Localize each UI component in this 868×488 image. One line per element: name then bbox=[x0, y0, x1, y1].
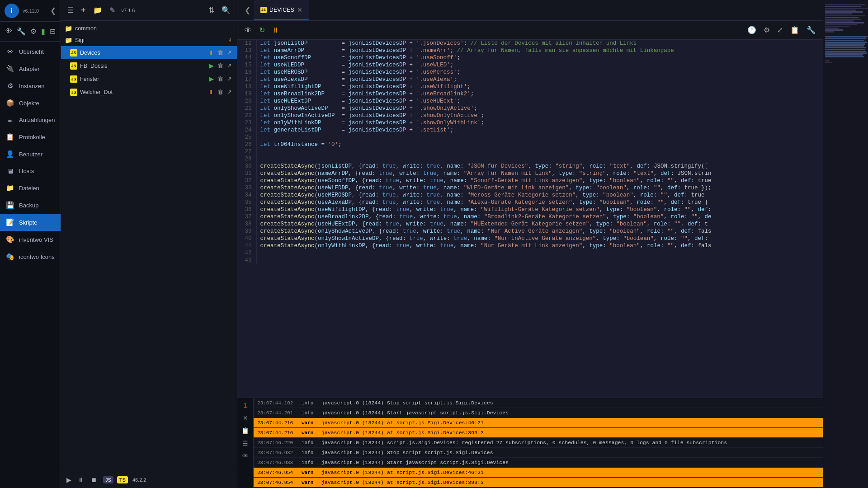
hosts-icon: 🖥 bbox=[5, 167, 14, 175]
tool-btn[interactable]: 🔧 bbox=[805, 24, 817, 36]
log-clear-btn[interactable]: ✕ bbox=[241, 413, 250, 423]
sidebar-item-skripte[interactable]: 📝 Skripte bbox=[0, 214, 61, 231]
log-copy-btn[interactable]: 📋 bbox=[240, 425, 251, 436]
sidebar-item-label: inventwo VIS bbox=[19, 236, 53, 243]
code-line: 15 let useWLEDDP = jsonListDevicesDP + '… bbox=[237, 61, 823, 69]
pause-all-btn[interactable]: ⏸ bbox=[76, 475, 86, 484]
sidebar-item-label: Objekte bbox=[19, 100, 39, 107]
sidebar-item-inventwo-vis[interactable]: 🎨 inventwo VIS bbox=[0, 231, 61, 248]
log-level: info bbox=[302, 410, 318, 416]
uebersicht-icon: 👁 bbox=[5, 48, 14, 56]
sort-btn[interactable]: ⇅ bbox=[206, 4, 217, 16]
sidebar-item-hosts[interactable]: 🖥 Hosts bbox=[0, 163, 61, 179]
log-sidebar: 1 ✕ 📋 ☰ 👁 bbox=[237, 398, 254, 488]
sidebar-item-dateien[interactable]: 📁 Dateien bbox=[0, 179, 61, 197]
sidebar-item-label: Instanzen bbox=[19, 83, 44, 89]
code-line: 13 let nameArrDP = jsonListDevicesDP + '… bbox=[237, 47, 823, 54]
sidebar-item-uebersicht[interactable]: 👁 Übersicht bbox=[0, 43, 61, 60]
file-devices[interactable]: JS Devices ⏸ 🗑 ↗ bbox=[61, 46, 237, 59]
file-actions: ▶ 🗑 ↗ bbox=[208, 75, 233, 83]
benutzer-icon: 👤 bbox=[5, 150, 14, 158]
settings-btn[interactable]: ⚙ bbox=[762, 24, 772, 36]
log-level: warn bbox=[302, 430, 318, 436]
sidebar-item-label: Adapter bbox=[19, 66, 40, 72]
log-time: 23:07:44.216 bbox=[257, 430, 298, 436]
log-msg: javascript.0 (18244) Start javascript sc… bbox=[321, 410, 509, 416]
log-time: 23:07:46.954 bbox=[257, 470, 298, 475]
add-folder-btn[interactable]: 📁 bbox=[90, 4, 105, 16]
log-msg: javascript.0 (18244) at script.js.Sigi.D… bbox=[321, 430, 484, 436]
menu-btn[interactable]: ☰ bbox=[65, 4, 76, 16]
code-line: 34 createStateAsync(useMEROSDP, {read: t… bbox=[237, 192, 823, 199]
play-all-btn[interactable]: ▶ bbox=[65, 475, 73, 484]
expand-btn[interactable]: ⤢ bbox=[775, 24, 785, 36]
export-btn[interactable]: ↗ bbox=[226, 75, 233, 83]
file-tree: 📁 common 📁 Sigi 4 JS Devices ⏸ 🗑 ↗ JS FB… bbox=[61, 21, 237, 471]
wrench-icon[interactable]: 🔧 bbox=[15, 25, 28, 38]
plug-icon[interactable]: ▮ bbox=[39, 25, 47, 38]
code-scroll[interactable]: 12 let jsonListDP = jsonListDevicesDP + … bbox=[237, 40, 823, 398]
tab-devices[interactable]: JS DEVICES ✕ bbox=[254, 0, 309, 20]
folder-sigi[interactable]: 📁 Sigi 4 bbox=[61, 34, 237, 46]
log-time: 23:07:44.102 bbox=[257, 400, 298, 406]
play-btn[interactable]: ▶ bbox=[208, 61, 215, 70]
gear-icon[interactable]: ⚙ bbox=[28, 25, 38, 38]
sidebar-item-backup[interactable]: 💾 Backup bbox=[0, 197, 61, 214]
grid-icon[interactable]: ⊟ bbox=[48, 25, 57, 38]
copy-btn[interactable]: 📋 bbox=[788, 24, 801, 36]
main-area: ❮ JS DEVICES ✕ 👁 ↻ ⏸ 🕐 ⚙ ⤢ 📋 🔧 12 let js… bbox=[237, 0, 823, 488]
history-btn[interactable]: 🕐 bbox=[745, 24, 758, 36]
log-toggle-btn[interactable]: 👁 bbox=[241, 450, 250, 461]
sidebar-item-objekte[interactable]: 📦 Objekte bbox=[0, 94, 61, 112]
delete-btn[interactable]: 🗑 bbox=[216, 75, 225, 83]
pause-btn[interactable]: ⏸ bbox=[207, 88, 215, 96]
sidebar-item-protokolle[interactable]: 📋 Protokolle bbox=[0, 128, 61, 145]
sidebar-item-label: icontwo Icons bbox=[19, 253, 55, 260]
pause-btn[interactable]: ⏸ bbox=[207, 48, 215, 57]
log-filter-1-btn[interactable]: 1 bbox=[242, 400, 249, 411]
search-btn[interactable]: 🔍 bbox=[219, 4, 233, 16]
pause-toolbar-btn[interactable]: ⏸ bbox=[270, 24, 281, 36]
file-bottom-toolbar: ▶ ⏸ ⏹ JS TS 46.2.2 bbox=[61, 471, 237, 488]
export-btn[interactable]: ↗ bbox=[226, 48, 233, 57]
inventwo-icon: 🎨 bbox=[5, 235, 14, 244]
code-line: 27 bbox=[237, 148, 823, 155]
tab-close-btn[interactable]: ✕ bbox=[297, 6, 302, 14]
log-scroll-btn[interactable]: ☰ bbox=[241, 438, 250, 449]
code-line: 24 let generateListDP = jsonListDevicesD… bbox=[237, 127, 823, 134]
code-line: 30 createStateAsync(jsonListDP, {read: t… bbox=[237, 163, 823, 170]
file-fb-docsis[interactable]: JS FB_Docsis ▶ 🗑 ↗ bbox=[61, 59, 237, 72]
sidebar-header: i v6.12.0 ❮ bbox=[0, 0, 61, 22]
stop-all-btn[interactable]: ⏹ bbox=[89, 475, 99, 484]
eye-toolbar-btn[interactable]: 👁 bbox=[243, 24, 254, 36]
sidebar-item-adapter[interactable]: 🔌 Adapter bbox=[0, 60, 61, 77]
edit-btn[interactable]: ✎ bbox=[107, 4, 118, 16]
play-btn[interactable]: ▶ bbox=[208, 75, 215, 83]
line-count-badge: 46.2.2 bbox=[132, 477, 146, 483]
file-fenster[interactable]: JS Fenster ▶ 🗑 ↗ bbox=[61, 72, 237, 85]
export-btn[interactable]: ↗ bbox=[226, 61, 233, 70]
log-content[interactable]: 23:07:44.102 info javascript.0 (18244) S… bbox=[254, 398, 823, 488]
log-level: warn bbox=[302, 470, 318, 475]
code-line: 12 let jsonListDP = jsonListDevicesDP + … bbox=[237, 40, 823, 47]
delete-btn[interactable]: 🗑 bbox=[216, 61, 225, 70]
log-msg: javascript.0 (18244) Stop script script.… bbox=[321, 400, 493, 406]
sidebar-item-icontwo-icons[interactable]: 🎭 icontwo Icons bbox=[0, 248, 61, 265]
tab-scroll-left[interactable]: ❮ bbox=[241, 4, 254, 16]
sidebar-item-benutzer[interactable]: 👤 Benutzer bbox=[0, 145, 61, 163]
file-welcher-dot[interactable]: JS Welcher_Dot ⏸ 🗑 ↗ bbox=[61, 85, 237, 99]
add-btn[interactable]: + bbox=[78, 4, 89, 17]
delete-btn[interactable]: 🗑 bbox=[216, 88, 225, 96]
sidebar-item-instanzen[interactable]: ⚙ Instanzen bbox=[0, 77, 61, 94]
sidebar-item-aufzaehlungen[interactable]: ≡ Aufzählungen bbox=[0, 112, 61, 128]
refresh-toolbar-btn[interactable]: ↻ bbox=[257, 24, 267, 36]
folder-common[interactable]: 📁 common bbox=[61, 23, 237, 34]
export-btn[interactable]: ↗ bbox=[226, 88, 233, 96]
log-time: 23:07:46.954 bbox=[257, 480, 298, 485]
tab-js-icon: JS bbox=[260, 7, 267, 13]
sidebar-collapse-btn[interactable]: ❮ bbox=[50, 6, 56, 15]
delete-btn[interactable]: 🗑 bbox=[216, 48, 225, 57]
log-row: 23:07:44.102 info javascript.0 (18244) S… bbox=[254, 398, 823, 408]
eye-icon[interactable]: 👁 bbox=[3, 25, 14, 38]
folder-name: common bbox=[75, 25, 233, 32]
